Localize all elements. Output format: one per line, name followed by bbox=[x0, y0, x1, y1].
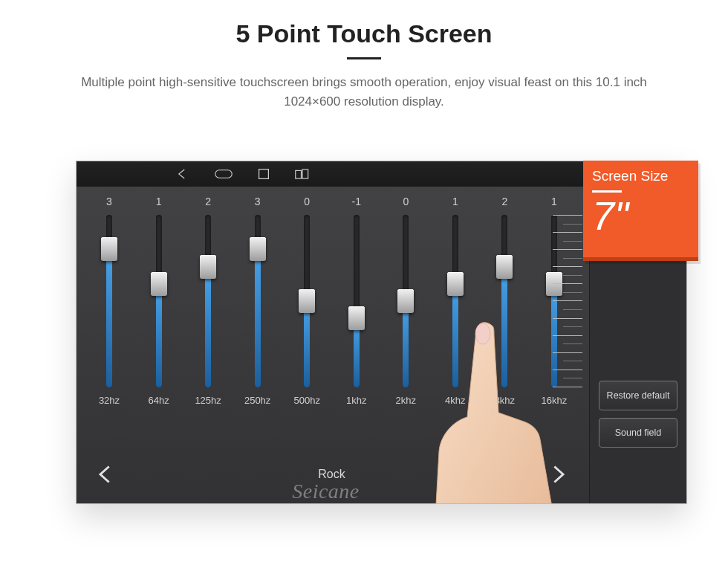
title-underline bbox=[347, 57, 381, 59]
eq-band-value: 3 bbox=[106, 196, 112, 210]
eq-slider-knob[interactable] bbox=[496, 255, 513, 279]
screen-size-callout: Screen Size 7" bbox=[583, 161, 698, 261]
eq-slider-knob[interactable] bbox=[200, 255, 216, 279]
eq-band-freq: 16khz bbox=[542, 395, 568, 406]
eq-slider-knob[interactable] bbox=[299, 289, 315, 313]
callout-label: Screen Size bbox=[592, 168, 689, 184]
callout-value: 7" bbox=[592, 196, 689, 236]
eq-slider-knob[interactable] bbox=[397, 289, 414, 313]
eq-band: 3250hz bbox=[237, 196, 279, 419]
eq-band: 164hz bbox=[138, 196, 180, 419]
eq-slider-knob[interactable] bbox=[447, 272, 464, 296]
eq-slider-knob[interactable] bbox=[101, 237, 117, 261]
eq-band-freq: 64hz bbox=[148, 395, 169, 406]
eq-sliders: 332hz164hz2125hz3250hz0500hz-11khz02khz1… bbox=[88, 196, 575, 419]
svg-rect-0 bbox=[215, 170, 233, 178]
callout-underline bbox=[592, 190, 622, 193]
back-icon[interactable] bbox=[176, 167, 189, 181]
eq-band-value: 3 bbox=[255, 196, 261, 210]
eq-slider-track[interactable] bbox=[354, 215, 360, 387]
eq-band-freq: 125hz bbox=[195, 395, 221, 406]
svg-rect-2 bbox=[296, 170, 302, 178]
eq-slider-track[interactable] bbox=[501, 215, 507, 387]
eq-ruler bbox=[553, 215, 582, 387]
preset-bar: Rock bbox=[88, 456, 575, 493]
preset-prev-button[interactable] bbox=[88, 457, 123, 491]
eq-band-value: 2 bbox=[205, 196, 211, 210]
eq-band: 02khz bbox=[385, 196, 426, 419]
svg-rect-3 bbox=[302, 170, 308, 178]
eq-slider-knob[interactable] bbox=[250, 237, 266, 261]
eq-slider-knob[interactable] bbox=[348, 306, 365, 330]
eq-band-freq: 32hz bbox=[99, 395, 120, 406]
eq-band: 28khz bbox=[484, 196, 525, 419]
eq-slider-track[interactable] bbox=[255, 215, 261, 387]
eq-band-value: 0 bbox=[304, 196, 310, 210]
eq-slider-track[interactable] bbox=[403, 215, 409, 387]
eq-band-freq: 8khz bbox=[495, 395, 515, 406]
eq-slider-track[interactable] bbox=[156, 215, 162, 387]
eq-band-freq: 4khz bbox=[445, 395, 465, 406]
eq-band: 14khz bbox=[435, 196, 476, 419]
hero-title: 5 Point Touch Screen bbox=[0, 19, 728, 48]
preset-name: Rock bbox=[318, 468, 345, 481]
eq-band-value: 0 bbox=[403, 196, 409, 210]
recent-icon[interactable] bbox=[258, 168, 270, 180]
eq-band-value: 1 bbox=[156, 196, 162, 210]
preset-next-button[interactable] bbox=[541, 457, 575, 491]
eq-band-value: -1 bbox=[352, 196, 361, 210]
eq-slider-track[interactable] bbox=[304, 215, 310, 387]
eq-band-value: 1 bbox=[452, 196, 458, 210]
eq-band-freq: 2khz bbox=[396, 395, 416, 406]
hero-subtitle: Multiple point high-sensitive touchscree… bbox=[59, 73, 669, 112]
eq-band-value: 1 bbox=[551, 196, 557, 210]
storage-icon[interactable] bbox=[295, 168, 310, 180]
eq-band-freq: 250hz bbox=[244, 395, 270, 406]
eq-band-freq: 1khz bbox=[346, 395, 366, 406]
restore-default-button[interactable]: Restore default bbox=[599, 381, 677, 410]
eq-slider-knob[interactable] bbox=[151, 272, 167, 296]
eq-slider-track[interactable] bbox=[205, 215, 211, 387]
eq-slider-track[interactable] bbox=[106, 215, 112, 387]
home-icon[interactable] bbox=[215, 169, 233, 179]
eq-band: -11khz bbox=[336, 196, 377, 419]
sound-field-button[interactable]: Sound field bbox=[599, 418, 677, 448]
eq-band-freq: 500hz bbox=[293, 395, 319, 406]
eq-band: 0500hz bbox=[286, 196, 328, 419]
eq-slider-track[interactable] bbox=[452, 215, 458, 387]
svg-rect-1 bbox=[259, 170, 269, 179]
eq-band-value: 2 bbox=[501, 196, 507, 210]
eq-band: 2125hz bbox=[187, 196, 229, 419]
eq-band: 332hz bbox=[88, 196, 130, 419]
